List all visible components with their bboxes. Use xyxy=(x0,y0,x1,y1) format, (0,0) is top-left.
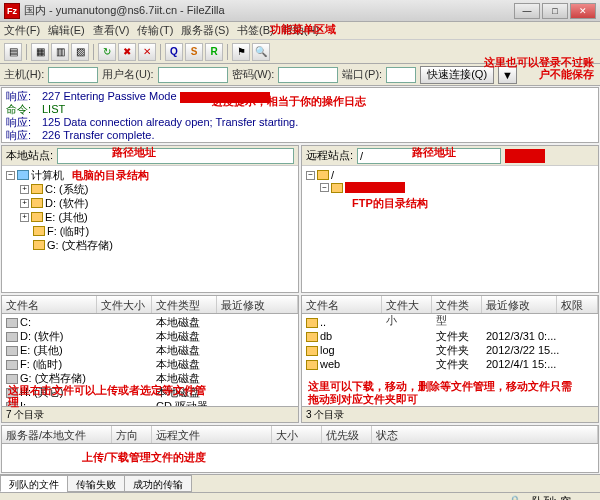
host-label: 主机(H): xyxy=(4,67,44,82)
pass-label: 密码(W): xyxy=(232,67,275,82)
remote-file-list[interactable]: .. db文件夹2012/3/31 0:... log文件夹2012/3/22 … xyxy=(302,314,598,406)
log-panel: 响应:227 Entering Passive Mode 命令:LIST 响应:… xyxy=(1,87,599,143)
minimize-button[interactable]: — xyxy=(514,3,540,19)
quickconnect-dropdown[interactable]: ▼ xyxy=(498,66,517,84)
local-file-list[interactable]: C:本地磁盘 D: (软件)本地磁盘 E: (其他)本地磁盘 F: (临时)本地… xyxy=(2,314,298,406)
local-tree[interactable]: −计算机 +C: (系统) +D: (软件) +E: (其他) F: (临时) … xyxy=(2,166,298,292)
queue-pane: 服务器/本地文件 方向 远程文件 大小 优先级 状态 上传/下载管理文件的进度 xyxy=(1,425,599,473)
tool-toggle-log[interactable]: ▦ xyxy=(31,43,49,61)
tool-find[interactable]: 🔍 xyxy=(252,43,270,61)
tool-refresh[interactable]: ↻ xyxy=(98,43,116,61)
port-input[interactable] xyxy=(386,67,416,83)
menubar: 文件(F) 编辑(E) 查看(V) 传输(T) 服务器(S) 书签(B) 帮助(… xyxy=(0,22,600,40)
local-tree-pane: 本地站点: 路径地址 −计算机 +C: (系统) +D: (软件) +E: (其… xyxy=(1,145,299,293)
tab-failed[interactable]: 传输失败 xyxy=(67,475,125,492)
lock-icon: 🔒 xyxy=(508,495,522,500)
remote-status: 3 个目录 xyxy=(302,406,598,422)
titlebar: Fz 国内 - yumanutong@ns6.7iit.cn - FileZil… xyxy=(0,0,600,22)
close-button[interactable]: ✕ xyxy=(570,3,596,19)
tool-disconnect[interactable]: ✕ xyxy=(138,43,156,61)
tool-sitemanager[interactable]: ▤ xyxy=(4,43,22,61)
queue-status: 队列: 空 xyxy=(532,494,571,500)
menu-bookmark[interactable]: 书签(B) xyxy=(237,23,274,38)
tool-cancel[interactable]: ✖ xyxy=(118,43,136,61)
col-type[interactable]: 文件类型 xyxy=(152,296,217,313)
maximize-button[interactable]: □ xyxy=(542,3,568,19)
user-input[interactable] xyxy=(158,67,228,83)
tool-q[interactable]: Q xyxy=(165,43,183,61)
remote-path-input[interactable] xyxy=(357,148,501,164)
tool-toggle-tree[interactable]: ▥ xyxy=(51,43,69,61)
tab-success[interactable]: 成功的传输 xyxy=(124,475,192,492)
menu-view[interactable]: 查看(V) xyxy=(93,23,130,38)
remote-file-pane: 文件名 文件大小 文件类型 最近修改 权限 .. db文件夹2012/3/31 … xyxy=(301,295,599,423)
menu-server[interactable]: 服务器(S) xyxy=(181,23,229,38)
port-label: 端口(P): xyxy=(342,67,382,82)
local-file-pane: 文件名 文件大小 文件类型 最近修改 C:本地磁盘 D: (软件)本地磁盘 E:… xyxy=(1,295,299,423)
col-filename[interactable]: 文件名 xyxy=(2,296,97,313)
host-input[interactable] xyxy=(48,67,98,83)
connection-bar: 主机(H): 用户名(U): 密码(W): 端口(P): 快速连接(Q) ▼ xyxy=(0,64,600,86)
queue-tabs: 列队的文件 传输失败 成功的传输 xyxy=(0,474,600,492)
menu-transfer[interactable]: 传输(T) xyxy=(137,23,173,38)
tool-s[interactable]: S xyxy=(185,43,203,61)
menu-help[interactable]: 帮助(H) xyxy=(282,23,319,38)
remote-path-label: 远程站点: xyxy=(306,148,353,163)
local-status: 7 个目录 xyxy=(2,406,298,422)
toolbar: ▤ ▦ ▥ ▨ ↻ ✖ ✕ Q S R ⚑ 🔍 xyxy=(0,40,600,64)
tab-queued[interactable]: 列队的文件 xyxy=(0,475,68,492)
queue-list[interactable] xyxy=(2,444,598,472)
menu-edit[interactable]: 编辑(E) xyxy=(48,23,85,38)
tool-r[interactable]: R xyxy=(205,43,223,61)
col-mod[interactable]: 最近修改 xyxy=(217,296,298,313)
local-path-label: 本地站点: xyxy=(6,148,53,163)
pass-input[interactable] xyxy=(278,67,338,83)
app-icon: Fz xyxy=(4,3,20,19)
window-title: 国内 - yumanutong@ns6.7iit.cn - FileZilla xyxy=(24,3,514,18)
tool-filter[interactable]: ⚑ xyxy=(232,43,250,61)
tool-toggle-queue[interactable]: ▨ xyxy=(71,43,89,61)
remote-tree[interactable]: −/ − FTP的目录结构 xyxy=(302,166,598,292)
anno-rtree: FTP的目录结构 xyxy=(352,196,428,211)
remote-tree-pane: 远程站点: 路径地址 −/ − FTP的目录结构 xyxy=(301,145,599,293)
local-path-input[interactable] xyxy=(57,148,294,164)
col-size[interactable]: 文件大小 xyxy=(97,296,152,313)
quickconnect-button[interactable]: 快速连接(Q) xyxy=(420,66,494,84)
user-label: 用户名(U): xyxy=(102,67,153,82)
statusbar: 🔒 队列: 空 ●● xyxy=(0,492,600,500)
indicator-icon: ●● xyxy=(581,496,594,501)
menu-file[interactable]: 文件(F) xyxy=(4,23,40,38)
